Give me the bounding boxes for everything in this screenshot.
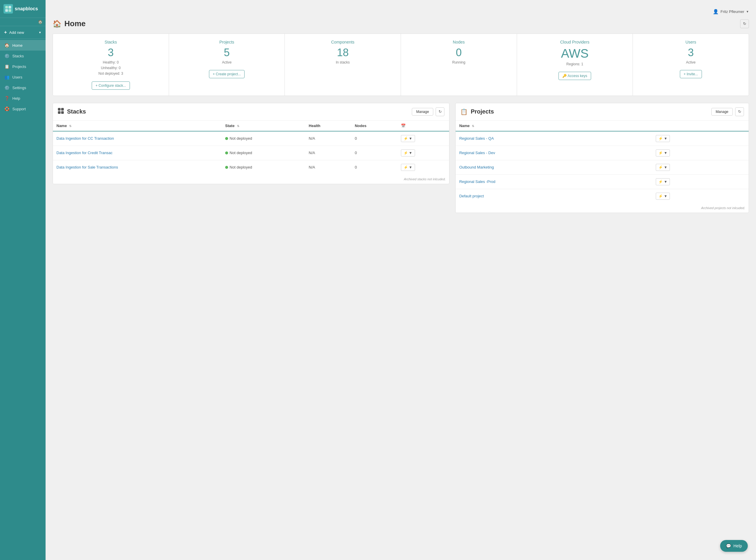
nav-label-stacks: Stacks — [12, 54, 24, 58]
stack-action-button[interactable]: ⚡ ▼ — [401, 135, 415, 142]
project-action-button[interactable]: ⚡ ▼ — [656, 178, 670, 185]
add-new-button[interactable]: + Add new ▼ — [0, 26, 46, 39]
project-name: Regional Sales - QA — [459, 136, 494, 141]
logo: snapblocs — [0, 0, 46, 18]
nav-icon-home: 🏠 — [4, 43, 9, 48]
user-menu-chevron[interactable]: ▼ — [746, 10, 749, 13]
projects-table-row: Regional Sales - Dev ⚡ ▼ — [456, 145, 749, 160]
stacks-icon — [58, 108, 64, 116]
summary-card-projects: Projects5Active+ Create project... — [169, 34, 285, 96]
nav-icon-users: 👥 — [4, 75, 9, 79]
stacks-manage-button[interactable]: Manage — [412, 108, 433, 116]
card-label-components: Components — [331, 40, 354, 44]
svg-rect-7 — [61, 111, 64, 114]
health-cell: N/A — [305, 145, 351, 160]
sidebar-nav: 🏠Home⚙️Stacks📋Projects👥Users⚙️Settings❓H… — [0, 39, 46, 560]
add-new-chevron-icon: ▼ — [39, 31, 41, 34]
projects-table-row: Regional Sales -Prod ⚡ ▼ — [456, 175, 749, 189]
state-dot — [225, 152, 228, 155]
svg-rect-0 — [5, 6, 8, 8]
projects-col-name[interactable]: Name ⇅ — [456, 121, 652, 131]
projects-title-row: 📋 Projects — [460, 108, 494, 115]
sidebar-item-support[interactable]: 🛟Support — [0, 103, 46, 114]
nav-icon-stacks: ⚙️ — [4, 54, 9, 58]
stacks-section-title: Stacks — [67, 108, 86, 115]
stack-action-button[interactable]: ⚡ ▼ — [401, 149, 415, 157]
svg-rect-1 — [8, 6, 11, 8]
stacks-col-name[interactable]: Name ⇅ — [53, 121, 222, 131]
add-new-label: Add new — [9, 30, 24, 35]
sidebar-item-settings[interactable]: ⚙️Settings — [0, 82, 46, 93]
card-label-nodes: Nodes — [453, 40, 465, 44]
stacks-table: Name ⇅ State ⇅ Health Nodes 📅 Data Inges… — [53, 121, 449, 175]
card-label-users: Users — [686, 40, 696, 44]
project-action-button[interactable]: ⚡ ▼ — [656, 164, 670, 171]
project-action-button[interactable]: ⚡ ▼ — [656, 193, 670, 200]
svg-rect-2 — [5, 9, 8, 12]
nav-icon-projects: 📋 — [4, 64, 9, 69]
stack-name-link[interactable]: Data Ingestion for Sale Transactions — [57, 165, 118, 169]
project-lightning-icon: ⚡ — [658, 137, 663, 141]
sidebar-item-help[interactable]: ❓Help — [0, 93, 46, 103]
state-text: Not deployed — [230, 165, 252, 169]
card-btn-projects[interactable]: + Create project... — [209, 70, 245, 78]
action-btn-chevron: ▼ — [409, 165, 413, 169]
summary-cards: Stacks3Healthy: 0Unhealthy: 0Not deploye… — [52, 34, 749, 96]
stacks-panel: Stacks Manage ↻ Name ⇅ State ⇅ Health No… — [52, 103, 449, 184]
page-title-row: 🏠 Home — [52, 19, 86, 28]
nav-label-projects: Projects — [12, 64, 26, 69]
page-refresh-button[interactable]: ↻ — [740, 19, 749, 28]
stacks-refresh-button[interactable]: ↻ — [436, 107, 444, 116]
nav-label-settings: Settings — [12, 85, 26, 90]
project-btn-chevron: ▼ — [664, 194, 667, 198]
card-btn-users[interactable]: + Invite... — [680, 70, 702, 78]
nav-label-home: Home — [12, 43, 23, 48]
project-name: Regional Sales -Prod — [459, 179, 495, 184]
collapse-button[interactable]: 🏠 — [38, 20, 43, 24]
state-badge: Not deployed — [225, 165, 301, 169]
svg-rect-4 — [58, 108, 61, 111]
main-content: 👤 Fritz Pfleumer ▼ 🏠 Home ↻ Stacks3Healt… — [46, 0, 756, 560]
projects-refresh-button[interactable]: ↻ — [735, 107, 744, 116]
card-value-users: 3 — [688, 47, 694, 58]
sidebar-item-home[interactable]: 🏠Home — [0, 40, 46, 51]
stacks-table-row: Data Ingestion for CC Transaction Not de… — [53, 131, 449, 146]
sidebar-item-stacks[interactable]: ⚙️Stacks — [0, 51, 46, 61]
project-action-button[interactable]: ⚡ ▼ — [656, 135, 670, 142]
state-badge: Not deployed — [225, 151, 301, 155]
projects-manage-button[interactable]: Manage — [711, 108, 733, 116]
projects-table: Name ⇅ Regional Sales - QA ⚡ ▼ Regional … — [456, 121, 749, 203]
help-fab-button[interactable]: 💬 Help — [720, 540, 748, 552]
action-btn-chevron: ▼ — [409, 151, 413, 155]
stacks-col-state[interactable]: State ⇅ — [222, 121, 305, 131]
stack-action-button[interactable]: ⚡ ▼ — [401, 164, 415, 171]
projects-panel: 📋 Projects Manage ↻ Name ⇅ Reg — [455, 103, 749, 213]
card-label-stacks: Stacks — [105, 40, 117, 44]
state-text: Not deployed — [230, 136, 252, 141]
card-value-components: 18 — [337, 47, 349, 58]
card-btn-stacks[interactable]: + Configure stack... — [92, 81, 130, 90]
projects-table-row: Regional Sales - QA ⚡ ▼ — [456, 131, 749, 146]
sidebar-item-users[interactable]: 👥Users — [0, 72, 46, 82]
stack-name-link[interactable]: Data Ingestion for CC Transaction — [57, 136, 114, 141]
project-lightning-icon: ⚡ — [658, 194, 663, 198]
projects-col-action — [652, 121, 749, 131]
help-chat-icon: 💬 — [726, 543, 731, 548]
project-name: Default project — [459, 194, 484, 198]
project-btn-chevron: ▼ — [664, 165, 667, 169]
project-action-button[interactable]: ⚡ ▼ — [656, 149, 670, 157]
home-page-icon: 🏠 — [52, 20, 61, 28]
card-value-stacks: 3 — [108, 47, 114, 58]
card-sub-projects: Active — [222, 60, 232, 65]
projects-archived-note: Archived projects not inlcuded. — [456, 203, 749, 213]
projects-table-row: Default project ⚡ ▼ — [456, 189, 749, 203]
state-dot — [225, 166, 228, 169]
card-sub-users: Active — [686, 60, 696, 65]
nodes-cell: 0 — [351, 145, 397, 160]
project-btn-chevron: ▼ — [664, 151, 667, 155]
lightning-icon: ⚡ — [403, 165, 408, 169]
card-btn-cloud_providers[interactable]: 🔑 Access keys — [559, 72, 591, 80]
sidebar-item-projects[interactable]: 📋Projects — [0, 61, 46, 72]
project-name: Regional Sales - Dev — [459, 151, 495, 155]
stack-name-link[interactable]: Data Ingestion for Credit Transac — [57, 151, 112, 155]
